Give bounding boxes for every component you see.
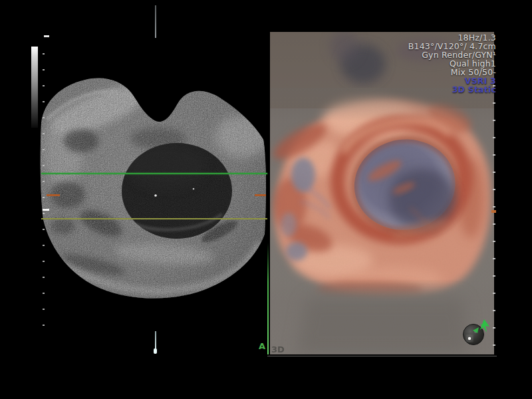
bmode-image — [0, 0, 270, 399]
render-ruler-accent-tick — [491, 210, 496, 213]
probe-orientation-marker-top — [155, 5, 156, 38]
plane-a-label: A — [259, 341, 265, 351]
focus-depth-marker[interactable] — [43, 209, 49, 211]
render-roi-bottom-line[interactable] — [41, 218, 267, 219]
probe-orientation-marker-tip — [154, 348, 157, 354]
grayscale-bar — [31, 47, 38, 128]
roi-center-marker-right — [255, 194, 266, 196]
plane-a-boundary-line — [267, 243, 269, 354]
bmode-panel: A — [0, 0, 270, 399]
render-3d-corner-label: 3D — [271, 344, 285, 354]
ultrasound-screen: A — [0, 0, 532, 399]
hud-3d-static-mode: 3D Static — [408, 85, 496, 94]
panel-bottom-frame-line — [267, 356, 497, 356]
render-depth-ruler — [493, 85, 495, 351]
roi-center-marker-left — [47, 194, 60, 196]
grayscale-bar-tick — [44, 35, 49, 37]
hud-status-block: 18Hz/1.3 B143°/V120°/ 4.7cm Gyn Render/G… — [408, 33, 496, 94]
render-roi-top-line[interactable] — [41, 173, 267, 174]
depth-ruler — [43, 53, 45, 338]
